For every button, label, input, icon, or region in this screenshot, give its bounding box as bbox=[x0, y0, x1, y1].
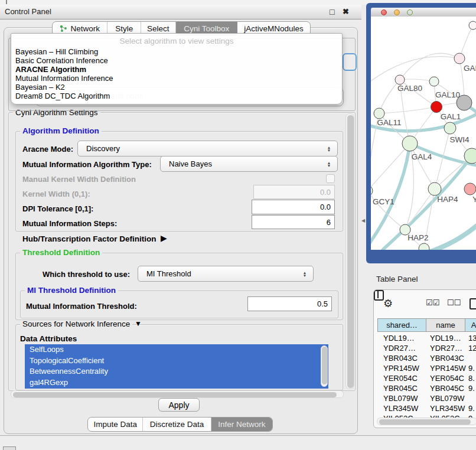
gear-icon[interactable]: ⚙ bbox=[383, 297, 393, 310]
table-cell[interactable]: 9. bbox=[468, 384, 475, 393]
list-item-topologicalcoefficient[interactable]: TopologicalCoefficient bbox=[25, 356, 328, 367]
apply-button[interactable]: Apply bbox=[158, 398, 200, 412]
algorithm-option-bayesian-hill-climbing[interactable]: Bayesian – Hill Climbing bbox=[15, 47, 98, 56]
settings-horizontal-scrollbar[interactable] bbox=[11, 390, 344, 398]
node-gal80[interactable] bbox=[395, 75, 405, 84]
table-cell[interactable]: YBR045C bbox=[430, 384, 464, 393]
tab-infer-network[interactable]: Infer Network bbox=[211, 418, 272, 431]
deselect-all-checkboxes-icon[interactable]: ☐☐ bbox=[447, 298, 461, 307]
node-green-small[interactable] bbox=[444, 122, 456, 134]
settings-horizontal-scrollbar-thumb[interactable] bbox=[13, 392, 337, 397]
table-cell[interactable]: YBL079W bbox=[430, 394, 465, 403]
node-gal11[interactable] bbox=[374, 108, 384, 119]
algorithm-option-bayesian-k2[interactable]: Bayesian – K2 bbox=[15, 83, 65, 92]
which-threshold-value: MI Threshold bbox=[138, 269, 299, 278]
partial-bottom-button[interactable] bbox=[3, 446, 16, 450]
node-label: GAL1 bbox=[441, 112, 461, 121]
list-item-betweennesscentrality[interactable]: BetweennessCentrality bbox=[25, 366, 328, 377]
node-gal-partial[interactable] bbox=[454, 53, 465, 64]
mi-threshold-group-title: MI Threshold Definition bbox=[25, 286, 118, 295]
export-table-icon[interactable] bbox=[470, 298, 476, 309]
table-cell[interactable]: YER054C bbox=[430, 374, 464, 383]
spinner-down-icon: ▼ bbox=[327, 164, 331, 168]
table-cell[interactable]: YPR145W bbox=[430, 364, 466, 373]
sources-group-title[interactable]: Sources for Network Inference bbox=[20, 320, 132, 328]
table-cell[interactable]: YPR145W bbox=[383, 364, 419, 373]
algorithm-option-mutual-information[interactable]: Mutual Information Inference bbox=[15, 74, 113, 83]
float-window-icon[interactable]: □ bbox=[330, 7, 334, 17]
network-canvas[interactable]: GAL GAL80 GAL10 GAL1 GAL11 GAL4 SWI4 HAP… bbox=[371, 17, 476, 250]
attributes-list-scrollbar-thumb[interactable] bbox=[322, 347, 327, 384]
column-header-partial[interactable]: A bbox=[465, 318, 476, 332]
node-hap4[interactable] bbox=[428, 182, 441, 195]
manual-kernel-label: Manual Kernel Width Definition bbox=[22, 175, 136, 184]
node-gal1-red[interactable] bbox=[431, 102, 442, 113]
dpi-tolerance-field[interactable]: 0.0 bbox=[252, 200, 335, 214]
node-gal10[interactable] bbox=[429, 77, 439, 86]
algorithm-option-dream8[interactable]: Dream8 DC_TDC Algorithm bbox=[15, 92, 110, 100]
table-cell[interactable]: YBR043C bbox=[430, 354, 464, 363]
table-cell[interactable]: YDL19… bbox=[430, 334, 461, 343]
zoom-traffic-light-icon[interactable] bbox=[407, 9, 413, 15]
column-header-name[interactable]: name bbox=[426, 318, 465, 332]
mi-type-combo[interactable]: Naive Bayes ▲ ▼ bbox=[160, 156, 338, 172]
network-window-titlebar[interactable] bbox=[371, 8, 476, 17]
hub-definition-label[interactable]: Hub/Transcription Factor Definition bbox=[22, 234, 157, 243]
table-cell[interactable]: 9. bbox=[468, 364, 475, 373]
tab-discretize-data[interactable]: Discretize Data bbox=[143, 418, 211, 431]
node-y-partial[interactable] bbox=[464, 183, 476, 195]
select-all-checkboxes-icon[interactable]: ☑☑ bbox=[426, 298, 439, 307]
control-panel-titlebar: Control Panel □ ✖ bbox=[0, 5, 361, 19]
show-columns-icon[interactable] bbox=[374, 290, 384, 301]
table-cell[interactable]: 9. bbox=[468, 404, 475, 413]
dpi-tolerance-label: DPI Tolerance [0,1]: bbox=[22, 204, 93, 213]
minimize-traffic-light-icon[interactable] bbox=[394, 9, 400, 15]
column-header-shared-name[interactable]: shared… bbox=[377, 318, 426, 332]
attributes-list-scrollbar[interactable] bbox=[321, 345, 328, 387]
table-cell[interactable]: 13 bbox=[468, 334, 476, 343]
table-cell[interactable]: YDL19… bbox=[383, 334, 415, 343]
kernel-width-field[interactable]: 0.0 bbox=[253, 185, 335, 199]
close-window-icon[interactable]: ✖ bbox=[343, 7, 349, 16]
panel-splitter-arrow-icon[interactable]: ◀ bbox=[361, 218, 365, 223]
mi-steps-field[interactable]: 6 bbox=[252, 215, 335, 229]
node-label: GAL80 bbox=[397, 84, 422, 93]
algorithm-option-basic-correlation[interactable]: Basic Correlation Inference bbox=[15, 56, 108, 65]
node-label: HAP2 bbox=[407, 233, 428, 242]
node-label: GAL10 bbox=[435, 90, 460, 99]
hub-expand-arrow-icon[interactable]: ▶ bbox=[161, 233, 167, 243]
table-cell[interactable]: YLR345W bbox=[430, 404, 465, 413]
table-cell[interactable]: 12 bbox=[468, 344, 476, 353]
node-partial-top[interactable] bbox=[469, 21, 476, 30]
settings-vertical-scrollbar-thumb[interactable] bbox=[347, 115, 354, 388]
data-attributes-list[interactable]: SelfLoops TopologicalCoefficient Between… bbox=[25, 344, 328, 389]
manual-kernel-checkbox[interactable] bbox=[326, 174, 335, 183]
tab-impute-data[interactable]: Impute Data bbox=[88, 418, 143, 431]
algorithm-option-aracne[interactable]: ARACNE Algorithm bbox=[15, 65, 86, 74]
node-partial-bottom[interactable] bbox=[419, 243, 429, 250]
node-label: GAL4 bbox=[412, 152, 432, 161]
table-horizontal-scrollbar[interactable] bbox=[377, 418, 476, 425]
aracne-mode-combo[interactable]: Discovery ▲ ▼ bbox=[77, 141, 338, 156]
list-item-gal4rgexp[interactable]: gal4RGexp bbox=[25, 377, 328, 389]
node-gal4[interactable] bbox=[402, 136, 418, 151]
table-cell[interactable]: YBR045C bbox=[383, 384, 418, 393]
sources-collapse-arrow-icon[interactable]: ▼ bbox=[135, 319, 142, 328]
table-cell[interactable]: YDR27… bbox=[430, 344, 462, 353]
focused-button-fragment[interactable] bbox=[343, 53, 357, 71]
mi-threshold-field[interactable]: 0.5 bbox=[247, 296, 332, 311]
settings-vertical-scrollbar[interactable] bbox=[345, 113, 354, 389]
table-cell[interactable]: 8. bbox=[468, 374, 475, 383]
threshold-definition-title: Threshold Definition bbox=[20, 249, 102, 257]
node-gcy1[interactable] bbox=[371, 185, 373, 196]
close-traffic-light-icon[interactable] bbox=[381, 9, 387, 15]
table-cell[interactable]: YBR043C bbox=[383, 354, 418, 363]
table-cell[interactable]: YER054C bbox=[383, 374, 418, 383]
list-item-selfloops[interactable]: SelfLoops bbox=[25, 344, 328, 356]
table-cell[interactable]: YBL079W bbox=[383, 394, 418, 403]
table-cell[interactable]: YDR27… bbox=[383, 344, 416, 353]
which-threshold-combo[interactable]: MI Threshold ▲ ▼ bbox=[138, 266, 314, 282]
table-cell[interactable]: YLR345W bbox=[383, 404, 418, 413]
tab-style-label: Style bbox=[115, 24, 133, 33]
table-horizontal-scrollbar-thumb[interactable] bbox=[379, 419, 471, 425]
